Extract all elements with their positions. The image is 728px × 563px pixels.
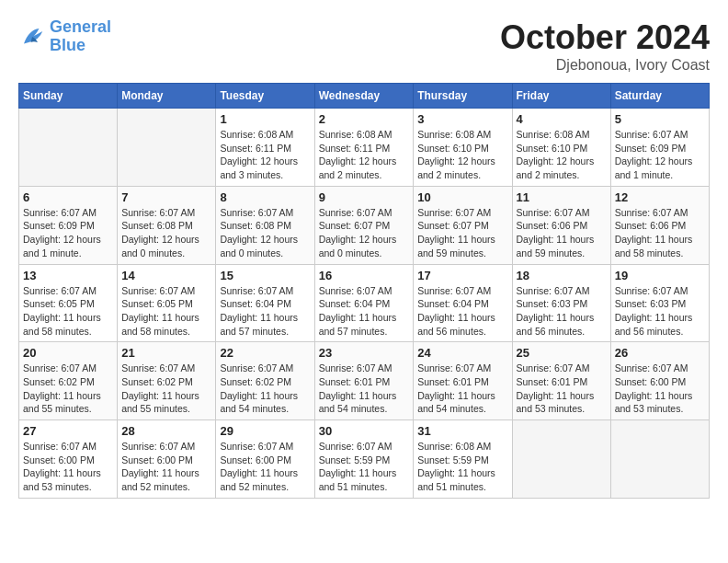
day-number: 18	[517, 269, 607, 282]
week-row-3: 13Sunrise: 6:07 AM Sunset: 6:05 PM Dayli…	[19, 264, 710, 342]
day-info: Sunrise: 6:07 AM Sunset: 6:00 PM Dayligh…	[23, 440, 113, 494]
day-cell-3: 3Sunrise: 6:08 AM Sunset: 6:10 PM Daylig…	[414, 109, 512, 187]
day-number: 21	[121, 346, 211, 360]
day-cell-5: 5Sunrise: 6:07 AM Sunset: 6:09 PM Daylig…	[610, 109, 709, 187]
empty-cell	[19, 109, 118, 187]
day-cell-26: 26Sunrise: 6:07 AM Sunset: 6:00 PM Dayli…	[610, 342, 709, 420]
day-cell-8: 8Sunrise: 6:07 AM Sunset: 6:08 PM Daylig…	[216, 186, 314, 264]
day-number: 24	[417, 346, 507, 360]
day-cell-28: 28Sunrise: 6:07 AM Sunset: 6:00 PM Dayli…	[118, 420, 216, 499]
day-number: 8	[220, 190, 310, 204]
day-number: 7	[121, 190, 211, 204]
day-cell-20: 20Sunrise: 6:07 AM Sunset: 6:02 PM Dayli…	[19, 342, 118, 420]
day-cell-24: 24Sunrise: 6:07 AM Sunset: 6:01 PM Dayli…	[414, 342, 512, 420]
day-info: Sunrise: 6:07 AM Sunset: 6:02 PM Dayligh…	[121, 362, 211, 416]
day-info: Sunrise: 6:07 AM Sunset: 6:00 PM Dayligh…	[615, 362, 705, 416]
day-number: 30	[319, 424, 410, 438]
day-number: 25	[517, 346, 607, 360]
weekday-header-saturday: Saturday	[610, 84, 709, 109]
title-section: October 2024 Djebonoua, Ivory Coast	[500, 18, 710, 74]
day-info: Sunrise: 6:07 AM Sunset: 6:04 PM Dayligh…	[417, 284, 507, 339]
day-number: 22	[220, 346, 310, 360]
day-info: Sunrise: 6:07 AM Sunset: 6:02 PM Dayligh…	[23, 362, 113, 416]
day-number: 27	[23, 424, 113, 438]
day-info: Sunrise: 6:07 AM Sunset: 6:03 PM Dayligh…	[615, 284, 705, 339]
weekday-header-thursday: Thursday	[414, 84, 512, 109]
day-info: Sunrise: 6:08 AM Sunset: 6:10 PM Dayligh…	[517, 128, 607, 182]
day-cell-27: 27Sunrise: 6:07 AM Sunset: 6:00 PM Dayli…	[19, 420, 118, 499]
day-info: Sunrise: 6:07 AM Sunset: 6:01 PM Dayligh…	[417, 362, 507, 416]
day-cell-10: 10Sunrise: 6:07 AM Sunset: 6:07 PM Dayli…	[414, 186, 512, 264]
day-cell-14: 14Sunrise: 6:07 AM Sunset: 6:05 PM Dayli…	[118, 264, 216, 342]
day-info: Sunrise: 6:07 AM Sunset: 6:09 PM Dayligh…	[23, 206, 113, 260]
day-info: Sunrise: 6:07 AM Sunset: 6:04 PM Dayligh…	[319, 284, 410, 339]
day-number: 9	[319, 190, 410, 204]
empty-cell	[118, 109, 216, 187]
day-info: Sunrise: 6:07 AM Sunset: 6:08 PM Dayligh…	[121, 206, 211, 260]
day-cell-13: 13Sunrise: 6:07 AM Sunset: 6:05 PM Dayli…	[19, 264, 118, 342]
day-cell-17: 17Sunrise: 6:07 AM Sunset: 6:04 PM Dayli…	[414, 264, 512, 342]
day-number: 10	[417, 190, 507, 204]
day-number: 23	[319, 346, 410, 360]
day-number: 4	[517, 112, 607, 126]
calendar-table: SundayMondayTuesdayWednesdayThursdayFrid…	[18, 83, 710, 499]
day-cell-19: 19Sunrise: 6:07 AM Sunset: 6:03 PM Dayli…	[610, 264, 709, 342]
weekday-header-wednesday: Wednesday	[314, 84, 414, 109]
day-cell-4: 4Sunrise: 6:08 AM Sunset: 6:10 PM Daylig…	[512, 109, 610, 187]
day-info: Sunrise: 6:07 AM Sunset: 6:04 PM Dayligh…	[220, 284, 310, 339]
day-cell-2: 2Sunrise: 6:08 AM Sunset: 6:11 PM Daylig…	[314, 109, 414, 187]
day-number: 2	[319, 112, 410, 126]
weekday-header-monday: Monday	[118, 84, 216, 109]
month-title: October 2024	[500, 18, 710, 57]
day-number: 17	[417, 269, 507, 282]
location: Djebonoua, Ivory Coast	[500, 57, 710, 74]
week-row-5: 27Sunrise: 6:07 AM Sunset: 6:00 PM Dayli…	[19, 420, 710, 499]
day-number: 13	[23, 269, 113, 282]
weekday-header-sunday: Sunday	[19, 84, 118, 109]
day-number: 5	[615, 112, 705, 126]
day-number: 16	[319, 269, 410, 282]
week-row-4: 20Sunrise: 6:07 AM Sunset: 6:02 PM Dayli…	[19, 342, 710, 420]
day-number: 19	[615, 269, 705, 282]
day-info: Sunrise: 6:07 AM Sunset: 6:05 PM Dayligh…	[121, 284, 211, 339]
day-number: 12	[615, 190, 705, 204]
day-info: Sunrise: 6:07 AM Sunset: 6:00 PM Dayligh…	[121, 440, 211, 494]
day-number: 15	[220, 269, 310, 282]
week-row-2: 6Sunrise: 6:07 AM Sunset: 6:09 PM Daylig…	[19, 186, 710, 264]
day-info: Sunrise: 6:07 AM Sunset: 6:02 PM Dayligh…	[220, 362, 310, 416]
day-cell-21: 21Sunrise: 6:07 AM Sunset: 6:02 PM Dayli…	[118, 342, 216, 420]
day-number: 31	[417, 424, 507, 438]
day-info: Sunrise: 6:07 AM Sunset: 5:59 PM Dayligh…	[319, 440, 410, 494]
weekday-header-row: SundayMondayTuesdayWednesdayThursdayFrid…	[19, 84, 710, 109]
day-info: Sunrise: 6:07 AM Sunset: 6:06 PM Dayligh…	[615, 206, 705, 260]
day-cell-23: 23Sunrise: 6:07 AM Sunset: 6:01 PM Dayli…	[314, 342, 414, 420]
day-info: Sunrise: 6:07 AM Sunset: 6:09 PM Dayligh…	[615, 128, 705, 182]
logo-text: General Blue	[50, 18, 111, 55]
empty-cell	[610, 420, 709, 499]
day-number: 28	[121, 424, 211, 438]
day-cell-30: 30Sunrise: 6:07 AM Sunset: 5:59 PM Dayli…	[314, 420, 414, 499]
day-number: 6	[23, 190, 113, 204]
day-cell-1: 1Sunrise: 6:08 AM Sunset: 6:11 PM Daylig…	[216, 109, 314, 187]
logo-bird-icon	[18, 23, 46, 51]
day-cell-9: 9Sunrise: 6:07 AM Sunset: 6:07 PM Daylig…	[314, 186, 414, 264]
day-number: 26	[615, 346, 705, 360]
day-cell-18: 18Sunrise: 6:07 AM Sunset: 6:03 PM Dayli…	[512, 264, 610, 342]
day-cell-11: 11Sunrise: 6:07 AM Sunset: 6:06 PM Dayli…	[512, 186, 610, 264]
day-info: Sunrise: 6:07 AM Sunset: 6:01 PM Dayligh…	[319, 362, 410, 416]
day-info: Sunrise: 6:07 AM Sunset: 6:03 PM Dayligh…	[517, 284, 607, 339]
day-cell-31: 31Sunrise: 6:08 AM Sunset: 5:59 PM Dayli…	[414, 420, 512, 499]
week-row-1: 1Sunrise: 6:08 AM Sunset: 6:11 PM Daylig…	[19, 109, 710, 187]
day-number: 1	[220, 112, 310, 126]
day-info: Sunrise: 6:07 AM Sunset: 6:07 PM Dayligh…	[319, 206, 410, 260]
day-info: Sunrise: 6:08 AM Sunset: 6:10 PM Dayligh…	[417, 128, 507, 182]
day-cell-16: 16Sunrise: 6:07 AM Sunset: 6:04 PM Dayli…	[314, 264, 414, 342]
day-number: 14	[121, 269, 211, 282]
day-cell-7: 7Sunrise: 6:07 AM Sunset: 6:08 PM Daylig…	[118, 186, 216, 264]
day-info: Sunrise: 6:07 AM Sunset: 6:06 PM Dayligh…	[517, 206, 607, 260]
day-cell-29: 29Sunrise: 6:07 AM Sunset: 6:00 PM Dayli…	[216, 420, 314, 499]
day-info: Sunrise: 6:07 AM Sunset: 6:00 PM Dayligh…	[220, 440, 310, 494]
day-cell-15: 15Sunrise: 6:07 AM Sunset: 6:04 PM Dayli…	[216, 264, 314, 342]
day-cell-12: 12Sunrise: 6:07 AM Sunset: 6:06 PM Dayli…	[610, 186, 709, 264]
day-info: Sunrise: 6:07 AM Sunset: 6:01 PM Dayligh…	[517, 362, 607, 416]
